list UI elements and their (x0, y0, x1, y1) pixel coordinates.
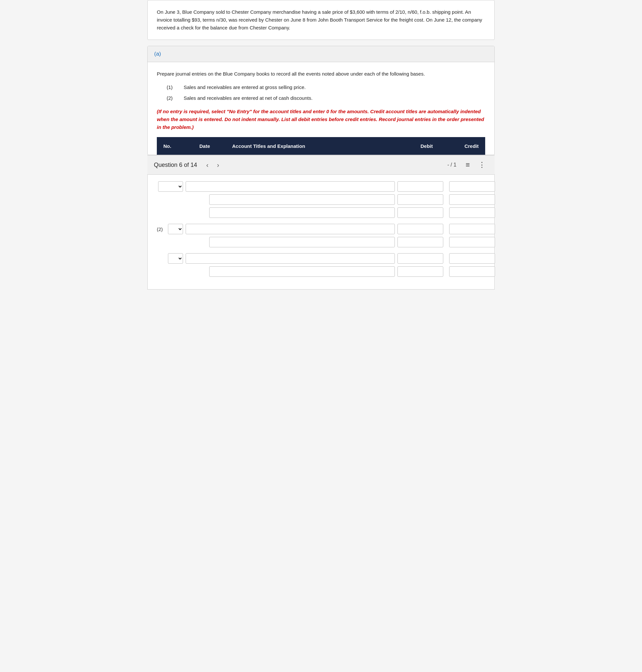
cell-account-3 (209, 208, 395, 218)
form-area: (2) (147, 175, 495, 290)
cell-credit-4 (449, 224, 485, 234)
cell-no-1 (157, 181, 183, 192)
spacer-1 (157, 221, 485, 224)
col-header-account: Account Titles and Explanation (232, 143, 381, 149)
page-indicator: - / 1 (448, 162, 457, 168)
cell-account-4 (185, 224, 395, 234)
cell-account-2 (209, 194, 395, 205)
date-select-1[interactable] (158, 181, 183, 192)
debit-input-7[interactable] (397, 266, 443, 277)
entry-row-7 (157, 266, 485, 277)
cell-debit-1 (397, 181, 447, 192)
warning-text: (If no entry is required, select "No Ent… (157, 108, 485, 131)
debit-input-5[interactable] (397, 237, 443, 247)
credit-input-6[interactable] (449, 253, 495, 264)
cell-debit-2 (397, 194, 447, 205)
col-header-date: Date (200, 143, 232, 149)
cell-credit-6 (449, 253, 485, 264)
table-header-bar: No. Date Account Titles and Explanation … (157, 137, 485, 155)
col-header-debit: Debit (381, 143, 439, 149)
debit-input-1[interactable] (397, 181, 443, 192)
sub-item-2: (2) Sales and receivables are entered at… (167, 94, 485, 102)
cell-no-6 (157, 253, 183, 264)
sub-item-2-num: (2) (167, 94, 176, 102)
cell-credit-1 (449, 181, 485, 192)
cell-credit-7 (449, 266, 485, 277)
credit-input-2[interactable] (449, 194, 495, 205)
entry-rows: (2) (157, 181, 485, 277)
credit-input-7[interactable] (449, 266, 495, 277)
question-label: Question 6 of 14 (154, 162, 197, 169)
sub-item-1-text: Sales and receivables are entered at gro… (184, 84, 306, 91)
spacer-2 (157, 250, 485, 253)
sub-item-2-text: Sales and receivables are entered at net… (184, 94, 313, 102)
nav-bar: Question 6 of 14 ‹ › - / 1 ≡ ⋮ (147, 155, 495, 175)
cell-credit-2 (449, 194, 485, 205)
credit-input-3[interactable] (449, 208, 495, 218)
credit-input-4[interactable] (449, 224, 495, 234)
part-box: (a) Prepare journal entries on the Blue … (147, 46, 495, 155)
account-input-6[interactable] (185, 253, 395, 264)
entry-row-6 (157, 253, 485, 264)
part-label: (a) (154, 51, 161, 57)
cell-debit-3 (397, 208, 447, 218)
cell-account-1 (185, 181, 395, 192)
debit-input-6[interactable] (397, 253, 443, 264)
sub-item-1-num: (1) (167, 84, 176, 91)
scenario-text: On June 3, Blue Company sold to Chester … (157, 8, 485, 32)
more-options-button[interactable]: ⋮ (476, 159, 488, 170)
entry-row-1 (157, 181, 485, 192)
entry-row-5 (157, 237, 485, 247)
cell-no-4: (2) (157, 224, 183, 234)
debit-input-3[interactable] (397, 208, 443, 218)
date-select-6[interactable] (168, 253, 183, 264)
date-select-4[interactable] (168, 224, 183, 234)
cell-credit-3 (449, 208, 485, 218)
cell-account-7 (209, 266, 395, 277)
entry-row-2 (157, 194, 485, 205)
credit-input-5[interactable] (449, 237, 495, 247)
entry-row-3 (157, 208, 485, 218)
part-header: (a) (147, 46, 495, 62)
account-input-7[interactable] (209, 266, 395, 277)
entry-row-4: (2) (157, 224, 485, 234)
next-button[interactable]: › (215, 160, 222, 170)
row-label-4: (2) (157, 226, 167, 232)
account-input-5[interactable] (209, 237, 395, 247)
debit-input-4[interactable] (397, 224, 443, 234)
col-header-no: No. (163, 143, 200, 149)
scenario-box: On June 3, Blue Company sold to Chester … (147, 0, 495, 40)
page-wrapper: On June 3, Blue Company sold to Chester … (147, 0, 495, 290)
cell-debit-4 (397, 224, 447, 234)
instruction-main: Prepare journal entries on the Blue Comp… (157, 70, 485, 78)
sub-items: (1) Sales and receivables are entered at… (167, 84, 485, 102)
prev-button[interactable]: ‹ (204, 160, 211, 170)
part-body: Prepare journal entries on the Blue Comp… (147, 62, 495, 155)
debit-input-2[interactable] (397, 194, 443, 205)
cell-debit-6 (397, 253, 447, 264)
account-input-1[interactable] (185, 181, 395, 192)
cell-debit-5 (397, 237, 447, 247)
sub-item-1: (1) Sales and receivables are entered at… (167, 84, 485, 91)
col-header-credit: Credit (439, 143, 479, 149)
credit-input-1[interactable] (449, 181, 495, 192)
cell-credit-5 (449, 237, 485, 247)
account-input-3[interactable] (209, 208, 395, 218)
cell-account-5 (209, 237, 395, 247)
list-view-button[interactable]: ≡ (463, 159, 472, 170)
account-input-4[interactable] (185, 224, 395, 234)
account-input-2[interactable] (209, 194, 395, 205)
cell-debit-7 (397, 266, 447, 277)
cell-account-6 (185, 253, 395, 264)
